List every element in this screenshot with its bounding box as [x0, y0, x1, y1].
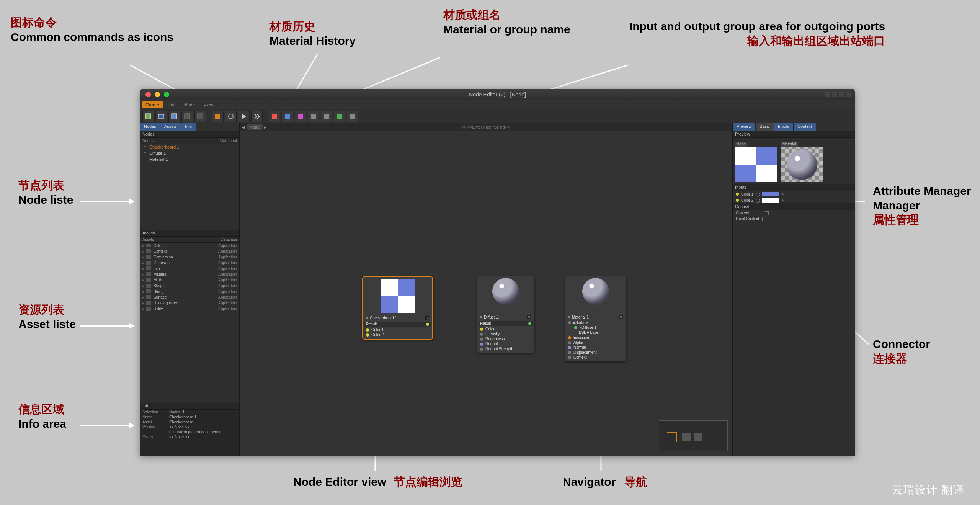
output-port[interactable] [426, 323, 429, 326]
port-label: Normal Strength [485, 347, 513, 351]
history-chip[interactable]: Node [247, 124, 263, 130]
input-color1[interactable]: Color 1◯✎ [733, 191, 855, 197]
toolbar-icon[interactable] [334, 111, 345, 122]
tool-icon[interactable] [832, 92, 837, 97]
annotation-nodeliste: 节点列表 Node liste [18, 178, 73, 207]
node-material[interactable]: Material.1S ▸ Surface ▸ Diffuse.1 BSDF L… [565, 276, 626, 361]
input-port[interactable] [568, 356, 571, 359]
asset-row[interactable]: ▸ContextApplication [140, 248, 239, 254]
input-port[interactable] [480, 343, 483, 346]
left-panel: Nodes Assets Info Nodes NodesComment Che… [140, 123, 240, 456]
input-label: Color 2 [741, 198, 753, 203]
tab-info[interactable]: Info [181, 123, 196, 131]
menu-node[interactable]: Node [180, 101, 199, 108]
toolbar-icon[interactable] [168, 111, 180, 122]
menu-edit[interactable]: Edit [164, 101, 180, 108]
minimize-icon[interactable] [155, 92, 160, 97]
svg-rect-11 [185, 114, 190, 119]
tool-icon[interactable] [846, 92, 851, 97]
toolbar-icon[interactable] [295, 111, 306, 122]
asset-row[interactable]: ▸UncategorizedApplication [140, 300, 239, 306]
asset-row[interactable]: ▸StringApplication [140, 289, 239, 294]
navigator[interactable] [659, 420, 728, 451]
input-port[interactable] [480, 328, 483, 331]
tool-icon[interactable] [839, 92, 844, 97]
asset-row[interactable]: ▸MathApplication [140, 277, 239, 283]
toolbar-icon[interactable] [225, 111, 237, 122]
maximize-icon[interactable] [164, 92, 169, 97]
col-nodes: Nodes [142, 139, 220, 143]
port-label: Displacement [573, 350, 597, 355]
svg-rect-21 [350, 114, 355, 119]
forward-icon[interactable] [251, 111, 263, 122]
close-icon[interactable] [145, 92, 151, 97]
input-port[interactable] [480, 338, 483, 341]
preview-node-label: Node [735, 142, 747, 147]
svg-rect-16 [285, 114, 290, 119]
input-port[interactable] [568, 336, 571, 339]
tool-icon[interactable] [825, 92, 830, 97]
toolbar-icon[interactable] [155, 111, 167, 122]
asset-row[interactable]: ▸InfoApplication [140, 266, 239, 271]
info-panel-header: Info [140, 403, 239, 410]
node-diffuse[interactable]: Diffuse.1S Result Color Intensity Roughn… [477, 276, 534, 353]
node-list-item[interactable]: Checkerboard.1 [140, 144, 239, 150]
play-icon[interactable] [238, 111, 250, 122]
arrow [80, 325, 134, 327]
node-list-item[interactable]: Diffuse.1 [140, 150, 239, 156]
asset-row[interactable]: ▸GeneratorApplication [140, 260, 239, 266]
toolbar-icon[interactable] [282, 111, 293, 122]
context-row[interactable]: Local Context [733, 216, 855, 222]
asset-row[interactable]: ▸ConversionApplication [140, 254, 239, 260]
input-port[interactable] [366, 333, 369, 337]
tab-preview[interactable]: Preview [733, 123, 756, 131]
toolbar-icon[interactable] [347, 111, 358, 122]
input-port[interactable] [568, 346, 571, 349]
svg-rect-8 [145, 114, 151, 119]
context-row[interactable]: Context . . . . . . [733, 210, 855, 216]
output-port[interactable] [528, 322, 531, 325]
input-port[interactable] [366, 328, 369, 332]
asset-row[interactable]: ▸ShapeApplication [140, 283, 239, 289]
input-port[interactable] [480, 348, 483, 351]
menu-create[interactable]: Create [142, 101, 163, 108]
annotation-nodeeditor: Node Editor view 节点编辑浏览 [293, 475, 462, 489]
tab-nodes[interactable]: Nodes [140, 123, 160, 131]
toolbar-icon[interactable] [142, 111, 154, 122]
asset-list: AssetsDatabase ▸ColorApplication▸Context… [140, 237, 239, 403]
col-comment: Comment [220, 139, 237, 143]
menu-view[interactable]: View [199, 101, 217, 108]
asset-row[interactable]: ▸SurfaceApplication [140, 294, 239, 300]
node-title: Material.1 [572, 315, 589, 319]
port-label: Emission [573, 335, 589, 340]
toolbar-icon[interactable] [181, 111, 193, 122]
filter-input[interactable]: ⚙ <<Enter Filter String>> [462, 125, 510, 130]
toolbar-icon[interactable] [321, 111, 332, 122]
asset-row[interactable]: ▸ColorApplication [140, 243, 239, 248]
asset-row[interactable]: ▸UtilityApplication [140, 306, 239, 312]
toolbar-icon[interactable] [269, 111, 280, 122]
input-color2[interactable]: Color 2◯✎ [733, 197, 855, 203]
input-port[interactable] [568, 351, 571, 354]
toolbar [140, 109, 855, 123]
node-checkerboard[interactable]: Checkerboard.1S Result Color 1 Color 2 [362, 276, 433, 340]
toolbar-icon[interactable] [212, 111, 224, 122]
tab-inputs[interactable]: Inputs [774, 123, 794, 131]
tab-assets[interactable]: Assets [160, 123, 181, 131]
tab-context[interactable]: Context [794, 123, 816, 131]
center-bar: ◀ Node ▸ ⚙ <<Enter Filter String>> [240, 123, 732, 131]
port-label: Color 1 [371, 328, 384, 332]
input-port[interactable] [574, 326, 577, 329]
input-port[interactable] [568, 321, 571, 324]
tab-basic[interactable]: Basic [756, 123, 774, 131]
node-list: NodesComment Checkerboard.1 Diffuse.1 Ma… [140, 138, 239, 230]
toolbar-icon[interactable] [308, 111, 319, 122]
toolbar-icon[interactable] [194, 111, 206, 122]
node-list-item[interactable]: Material.1 [140, 156, 239, 162]
input-port[interactable] [568, 341, 571, 344]
asset-row[interactable]: ▸MaterialApplication [140, 271, 239, 277]
window-title: Node Editor (2) - [Node] [469, 92, 526, 98]
context-header: Context [733, 203, 855, 210]
input-port[interactable] [480, 333, 483, 336]
node-canvas[interactable]: Checkerboard.1S Result Color 1 Color 2 D… [240, 131, 732, 456]
